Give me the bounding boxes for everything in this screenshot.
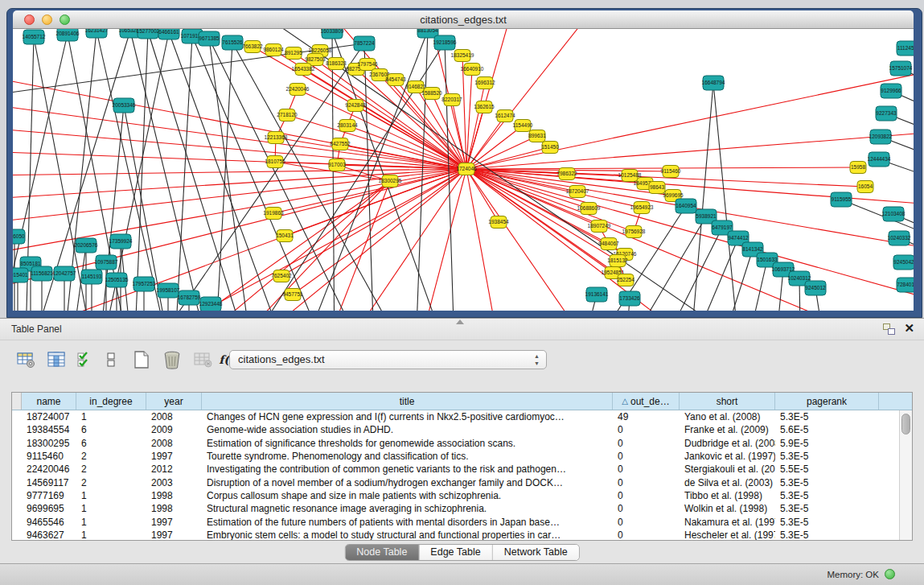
cell-name[interactable]: 9777169 (22, 490, 76, 501)
node-8454743[interactable]: 8454743 (385, 74, 406, 86)
node-14055712[interactable]: 14055712 (23, 30, 46, 44)
citation-edge-black[interactable] (174, 36, 192, 311)
cell-title[interactable]: Corpus callosum shape and size in male p… (202, 490, 613, 501)
cell-pagerank[interactable]: 5.3E-5 (775, 490, 879, 501)
table-row[interactable]: 2242004622012Investigating the contribut… (12, 463, 912, 476)
cell-name[interactable]: 18300295 (22, 438, 76, 449)
scrollbar-thumb[interactable] (901, 414, 910, 435)
cell-short[interactable]: Hescheler et al. (1997) (680, 529, 775, 541)
node-150431[interactable]: 150431 (276, 230, 294, 242)
node-9484067[interactable]: 9484067 (598, 238, 619, 250)
cell-name[interactable]: 14569117 (22, 477, 76, 488)
node-891295[interactable]: 891295 (285, 47, 302, 60)
node-1810755[interactable]: 1810755 (265, 156, 285, 168)
cell-in_degree[interactable]: 1 (76, 411, 146, 422)
table-row[interactable]: 977716911998Corpus callosum shape and si… (12, 489, 912, 502)
cell-out_degree[interactable]: 0 (613, 438, 680, 449)
new-table-icon[interactable] (130, 348, 153, 371)
node-3915401[interactable]: 3915401 (13, 268, 28, 282)
node-6466161[interactable]: 6466161 (158, 29, 179, 39)
select-columns-icon[interactable] (74, 348, 97, 371)
cell-name[interactable]: 9465546 (22, 517, 76, 528)
node-17957253[interactable]: 17957253 (133, 277, 156, 291)
node-7284012[interactable]: 7284012 (897, 278, 914, 292)
citation-edge-black[interactable] (209, 39, 254, 311)
node-10975887[interactable]: 10975887 (95, 255, 118, 270)
cell-pagerank[interactable]: 5.3E-5 (775, 503, 879, 514)
column-header-title[interactable]: title (202, 393, 613, 410)
table-row[interactable]: 1872400712008Changes of HCN gene express… (12, 410, 912, 423)
float-panel-button[interactable] (883, 323, 895, 335)
node-19654923[interactable]: 19654923 (630, 202, 654, 214)
citation-edge-red[interactable] (466, 29, 737, 169)
cell-out_degree[interactable]: 0 (613, 490, 680, 501)
node-899631[interactable]: 899631 (528, 130, 546, 142)
cell-in_degree[interactable]: 1 (76, 529, 146, 541)
cell-pagerank[interactable]: 5.3E-5 (775, 451, 879, 462)
row-toggle-icon[interactable] (100, 348, 122, 371)
cell-short[interactable]: Tibbo et al. (1998) (680, 490, 775, 501)
citation-edge-red[interactable] (273, 169, 466, 213)
node-1145193[interactable]: 1145193 (81, 270, 102, 284)
node-7615526[interactable]: 7615526 (222, 35, 243, 50)
node-20891406[interactable]: 20891406 (56, 29, 80, 41)
node-1588520[interactable]: 1588520 (421, 88, 442, 100)
node-7625402[interactable]: 7625402 (271, 270, 292, 282)
node-9227343[interactable]: 9227343 (876, 106, 897, 121)
node-2626050[interactable]: 2626050 (13, 229, 25, 244)
node-2718120[interactable]: 2718120 (277, 109, 298, 122)
node-1112456[interactable]: 1112456 (897, 41, 914, 56)
node-8186328[interactable]: 8186328 (326, 58, 347, 70)
node-1696312[interactable]: 1696312 (474, 77, 495, 89)
table-settings-icon[interactable] (14, 348, 37, 371)
cell-title[interactable]: Tourette syndrome. Phenomenology and cla… (202, 451, 613, 462)
cell-in_degree[interactable]: 6 (76, 438, 146, 449)
citation-edge-black[interactable] (688, 83, 713, 311)
cell-year[interactable]: 1997 (146, 451, 202, 462)
cell-short[interactable]: Yano et al. (2008) (680, 411, 775, 422)
node-table[interactable]: namein_degreeyeartitle△out_de…shortpager… (11, 392, 913, 541)
citation-edge-red[interactable] (466, 61, 914, 169)
delete-column-icon[interactable] (161, 348, 183, 371)
citation-edge-red[interactable] (303, 69, 466, 169)
node-1362615[interactable]: 1362615 (474, 101, 495, 113)
node-917003[interactable]: 917003 (328, 159, 346, 171)
node-15277002[interactable]: 15277002 (137, 29, 160, 39)
tab-network-table[interactable]: Network Table (493, 545, 579, 560)
cell-in_degree[interactable]: 2 (76, 477, 146, 488)
cell-short[interactable]: Jankovic et al. (1997) (680, 451, 775, 462)
cell-year[interactable]: 2003 (146, 477, 202, 488)
cell-short[interactable]: de Silva et al. (2003) (680, 477, 775, 488)
cell-year[interactable]: 1997 (146, 529, 202, 541)
cell-out_degree[interactable]: 0 (613, 529, 680, 541)
node-9245012[interactable]: 9245012 (805, 281, 826, 295)
cell-in_degree[interactable]: 1 (76, 517, 146, 528)
node-1154490[interactable]: 1154490 (513, 120, 533, 132)
close-panel-button[interactable]: ✕ (904, 321, 914, 336)
splitter-handle[interactable] (456, 319, 464, 324)
network-canvas[interactable]: 1724046183002957663822986012489129518226… (13, 29, 914, 311)
cell-year[interactable]: 2009 (146, 424, 202, 435)
cell-year[interactable]: 1998 (146, 490, 202, 501)
cell-year[interactable]: 2008 (146, 438, 202, 449)
table-row[interactable]: 911546021997Tourette syndrome. Phenomeno… (12, 450, 912, 463)
node-9245042[interactable]: 9245042 (893, 255, 914, 270)
cell-year[interactable]: 2012 (146, 463, 202, 475)
cell-year[interactable]: 1997 (146, 517, 202, 528)
cell-pagerank[interactable]: 5.9E-5 (775, 438, 879, 449)
node-18720407[interactable]: 18720407 (566, 186, 589, 198)
node-16782759[interactable]: 16782759 (178, 290, 201, 305)
table-row[interactable]: 969969511998Structural magnetic resonanc… (12, 502, 912, 515)
cell-name[interactable]: 9115460 (22, 451, 76, 462)
cell-short[interactable]: Nakamura et al. (1997) (680, 517, 775, 528)
node-12042757[interactable]: 12042757 (53, 266, 76, 281)
node-20206576[interactable]: 20206576 (75, 238, 98, 253)
node-1612474[interactable]: 1612474 (495, 110, 515, 122)
table-column-icon[interactable] (45, 348, 68, 371)
citation-edge-red[interactable] (466, 169, 618, 261)
cell-year[interactable]: 2008 (146, 411, 202, 422)
node-16231427[interactable]: 16231427 (85, 29, 109, 38)
node-9115955[interactable]: 9115955 (831, 192, 852, 207)
citation-edge-red[interactable] (13, 134, 466, 169)
node-19218596[interactable]: 19218596 (433, 35, 457, 50)
